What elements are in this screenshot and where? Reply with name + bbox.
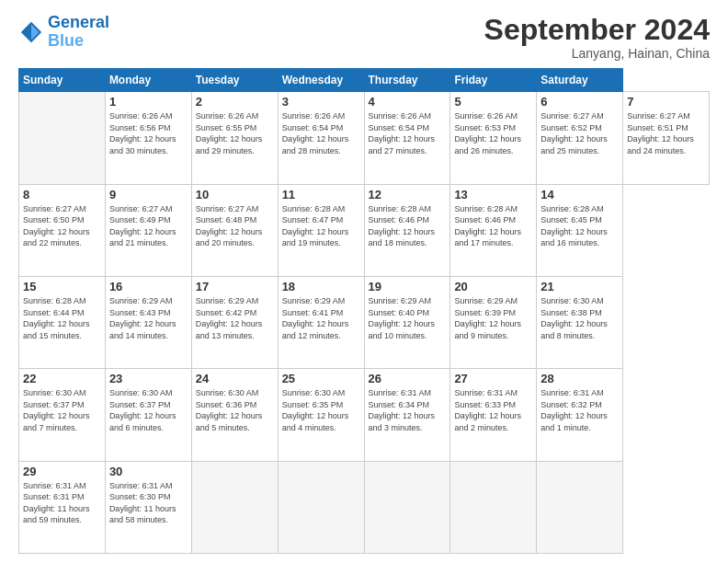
day-info: Sunrise: 6:28 AMSunset: 6:45 PMDaylight:… [540,203,619,249]
logo: General Blue [18,14,109,51]
day-info: Sunrise: 6:31 AMSunset: 6:31 PMDaylight:… [23,480,101,526]
week-row-1: 1Sunrise: 6:26 AMSunset: 6:56 PMDaylight… [19,92,710,184]
day-number: 5 [454,95,532,109]
day-number: 29 [23,465,101,478]
location: Lanyang, Hainan, China [484,46,710,61]
day-number: 24 [196,372,274,385]
col-thursday: Thursday [364,69,450,92]
day-number: 17 [196,280,274,293]
day-number: 9 [109,188,188,201]
col-wednesday: Wednesday [278,69,364,92]
day-number: 19 [369,280,447,293]
day-number: 14 [540,188,619,201]
calendar-cell [19,92,106,184]
day-number: 28 [540,372,619,385]
page: General Blue September 2024 Lanyang, Hai… [0,0,728,563]
calendar-cell: 2Sunrise: 6:26 AMSunset: 6:55 PMDaylight… [191,92,278,184]
calendar-cell: 10Sunrise: 6:27 AMSunset: 6:48 PMDayligh… [191,184,278,276]
day-number: 20 [454,280,532,293]
calendar-cell [364,461,450,553]
day-info: Sunrise: 6:29 AMSunset: 6:43 PMDaylight:… [109,295,188,341]
day-number: 12 [369,188,447,201]
day-number: 10 [196,188,274,201]
day-number: 11 [282,188,360,201]
calendar-cell: 26Sunrise: 6:31 AMSunset: 6:34 PMDayligh… [364,369,450,461]
day-info: Sunrise: 6:29 AMSunset: 6:42 PMDaylight:… [196,295,274,341]
day-info: Sunrise: 6:31 AMSunset: 6:34 PMDaylight:… [369,387,447,433]
day-info: Sunrise: 6:31 AMSunset: 6:32 PMDaylight:… [540,387,619,433]
calendar-cell: 7Sunrise: 6:27 AMSunset: 6:51 PMDaylight… [623,92,710,184]
day-info: Sunrise: 6:30 AMSunset: 6:36 PMDaylight:… [196,387,274,433]
day-info: Sunrise: 6:29 AMSunset: 6:39 PMDaylight:… [454,295,532,341]
day-info: Sunrise: 6:27 AMSunset: 6:49 PMDaylight:… [109,203,188,249]
day-info: Sunrise: 6:30 AMSunset: 6:38 PMDaylight:… [540,295,619,341]
calendar-cell [191,461,278,553]
day-info: Sunrise: 6:31 AMSunset: 6:33 PMDaylight:… [454,387,532,433]
calendar-cell: 16Sunrise: 6:29 AMSunset: 6:43 PMDayligh… [105,276,191,368]
day-info: Sunrise: 6:27 AMSunset: 6:51 PMDaylight:… [627,110,705,156]
calendar-cell [537,461,623,553]
calendar-cell: 12Sunrise: 6:28 AMSunset: 6:46 PMDayligh… [364,184,450,276]
day-number: 3 [282,95,360,109]
col-monday: Monday [105,69,191,92]
day-info: Sunrise: 6:28 AMSunset: 6:46 PMDaylight:… [454,203,532,249]
calendar-cell: 21Sunrise: 6:30 AMSunset: 6:38 PMDayligh… [537,276,623,368]
week-row-5: 29Sunrise: 6:31 AMSunset: 6:31 PMDayligh… [19,461,710,553]
calendar-cell: 24Sunrise: 6:30 AMSunset: 6:36 PMDayligh… [191,369,278,461]
week-row-2: 8Sunrise: 6:27 AMSunset: 6:50 PMDaylight… [19,184,710,276]
calendar-cell: 30Sunrise: 6:31 AMSunset: 6:30 PMDayligh… [105,461,191,553]
day-info: Sunrise: 6:29 AMSunset: 6:41 PMDaylight:… [282,295,360,341]
calendar-cell: 19Sunrise: 6:29 AMSunset: 6:40 PMDayligh… [364,276,450,368]
calendar-table: Sunday Monday Tuesday Wednesday Thursday… [18,68,710,554]
calendar-cell: 25Sunrise: 6:30 AMSunset: 6:35 PMDayligh… [278,369,364,461]
col-friday: Friday [450,69,537,92]
calendar-cell: 9Sunrise: 6:27 AMSunset: 6:49 PMDaylight… [105,184,191,276]
day-info: Sunrise: 6:28 AMSunset: 6:47 PMDaylight:… [282,203,360,249]
day-number: 13 [454,188,532,201]
calendar-cell: 18Sunrise: 6:29 AMSunset: 6:41 PMDayligh… [278,276,364,368]
day-info: Sunrise: 6:30 AMSunset: 6:35 PMDaylight:… [282,387,360,433]
day-number: 26 [369,372,447,385]
calendar-cell: 4Sunrise: 6:26 AMSunset: 6:54 PMDaylight… [364,92,450,184]
calendar-cell: 22Sunrise: 6:30 AMSunset: 6:37 PMDayligh… [19,369,106,461]
calendar-cell: 20Sunrise: 6:29 AMSunset: 6:39 PMDayligh… [450,276,537,368]
calendar-cell: 27Sunrise: 6:31 AMSunset: 6:33 PMDayligh… [450,369,537,461]
calendar-cell: 5Sunrise: 6:26 AMSunset: 6:53 PMDaylight… [450,92,537,184]
day-number: 16 [109,280,188,293]
day-info: Sunrise: 6:28 AMSunset: 6:44 PMDaylight:… [23,295,101,341]
day-info: Sunrise: 6:27 AMSunset: 6:50 PMDaylight:… [23,203,101,249]
day-number: 23 [109,372,188,385]
calendar-cell: 8Sunrise: 6:27 AMSunset: 6:50 PMDaylight… [19,184,106,276]
week-row-3: 15Sunrise: 6:28 AMSunset: 6:44 PMDayligh… [19,276,710,368]
calendar-header-row: Sunday Monday Tuesday Wednesday Thursday… [19,69,710,92]
logo-icon [18,19,44,45]
day-number: 4 [369,95,447,109]
calendar-cell: 14Sunrise: 6:28 AMSunset: 6:45 PMDayligh… [537,184,623,276]
calendar-cell: 23Sunrise: 6:30 AMSunset: 6:37 PMDayligh… [105,369,191,461]
logo-text: General Blue [48,14,109,51]
week-row-4: 22Sunrise: 6:30 AMSunset: 6:37 PMDayligh… [19,369,710,461]
day-info: Sunrise: 6:27 AMSunset: 6:48 PMDaylight:… [196,203,274,249]
day-number: 30 [109,465,188,478]
col-saturday: Saturday [537,69,623,92]
title-block: September 2024 Lanyang, Hainan, China [484,14,710,61]
day-info: Sunrise: 6:26 AMSunset: 6:53 PMDaylight:… [454,110,532,156]
calendar-cell [450,461,537,553]
calendar-cell: 17Sunrise: 6:29 AMSunset: 6:42 PMDayligh… [191,276,278,368]
calendar-cell: 6Sunrise: 6:27 AMSunset: 6:52 PMDaylight… [537,92,623,184]
day-info: Sunrise: 6:26 AMSunset: 6:56 PMDaylight:… [109,110,188,156]
day-info: Sunrise: 6:29 AMSunset: 6:40 PMDaylight:… [369,295,447,341]
calendar-cell: 1Sunrise: 6:26 AMSunset: 6:56 PMDaylight… [105,92,191,184]
day-number: 21 [540,280,619,293]
calendar-cell: 28Sunrise: 6:31 AMSunset: 6:32 PMDayligh… [537,369,623,461]
day-info: Sunrise: 6:30 AMSunset: 6:37 PMDaylight:… [23,387,101,433]
calendar-cell: 11Sunrise: 6:28 AMSunset: 6:47 PMDayligh… [278,184,364,276]
day-info: Sunrise: 6:28 AMSunset: 6:46 PMDaylight:… [369,203,447,249]
day-number: 22 [23,372,101,385]
day-info: Sunrise: 6:26 AMSunset: 6:54 PMDaylight:… [282,110,360,156]
col-sunday: Sunday [19,69,106,92]
day-number: 18 [282,280,360,293]
day-number: 27 [454,372,532,385]
calendar-cell: 3Sunrise: 6:26 AMSunset: 6:54 PMDaylight… [278,92,364,184]
month-title: September 2024 [484,14,710,46]
